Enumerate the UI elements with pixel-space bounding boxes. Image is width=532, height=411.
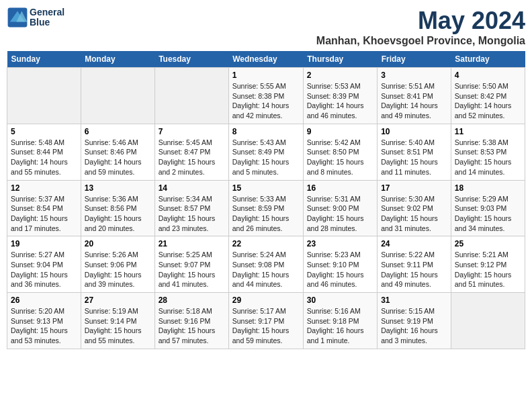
day-number: 21 xyxy=(159,239,225,248)
day-cell: 26Sunrise: 5:20 AM Sunset: 9:13 PM Dayli… xyxy=(7,293,81,349)
day-cell: 16Sunrise: 5:31 AM Sunset: 9:00 PM Dayli… xyxy=(303,180,377,236)
day-cell: 5Sunrise: 5:48 AM Sunset: 8:44 PM Daylig… xyxy=(7,124,81,180)
day-info: Sunrise: 5:26 AM Sunset: 9:06 PM Dayligh… xyxy=(85,250,151,289)
day-cell: 9Sunrise: 5:42 AM Sunset: 8:50 PM Daylig… xyxy=(303,124,377,180)
day-header-friday: Friday xyxy=(378,51,451,68)
day-number: 8 xyxy=(232,127,300,136)
day-header-sunday: Sunday xyxy=(7,51,81,68)
days-header-row: SundayMondayTuesdayWednesdayThursdayFrid… xyxy=(7,51,525,68)
day-number: 28 xyxy=(159,295,225,305)
day-info: Sunrise: 5:21 AM Sunset: 9:12 PM Dayligh… xyxy=(455,250,521,289)
day-number: 30 xyxy=(307,295,373,305)
day-info: Sunrise: 5:36 AM Sunset: 8:56 PM Dayligh… xyxy=(85,194,151,234)
day-info: Sunrise: 5:48 AM Sunset: 8:44 PM Dayligh… xyxy=(11,138,77,177)
day-number: 6 xyxy=(85,127,151,136)
day-number: 13 xyxy=(85,183,151,193)
day-cell: 4Sunrise: 5:50 AM Sunset: 8:42 PM Daylig… xyxy=(451,68,525,124)
day-cell: 28Sunrise: 5:18 AM Sunset: 9:16 PM Dayli… xyxy=(154,293,228,349)
day-cell: 2Sunrise: 5:53 AM Sunset: 8:39 PM Daylig… xyxy=(303,68,377,124)
day-cell: 25Sunrise: 5:21 AM Sunset: 9:12 PM Dayli… xyxy=(451,236,525,293)
day-number: 12 xyxy=(11,183,77,193)
day-info: Sunrise: 5:29 AM Sunset: 9:03 PM Dayligh… xyxy=(455,194,521,234)
day-cell: 23Sunrise: 5:23 AM Sunset: 9:10 PM Dayli… xyxy=(303,236,377,293)
day-cell: 27Sunrise: 5:19 AM Sunset: 9:14 PM Dayli… xyxy=(81,293,154,349)
day-cell: 19Sunrise: 5:27 AM Sunset: 9:04 PM Dayli… xyxy=(7,236,81,293)
week-row-1: 1Sunrise: 5:55 AM Sunset: 8:38 PM Daylig… xyxy=(7,68,525,124)
day-info: Sunrise: 5:33 AM Sunset: 8:59 PM Dayligh… xyxy=(232,194,300,234)
day-cell: 20Sunrise: 5:26 AM Sunset: 9:06 PM Dayli… xyxy=(81,236,154,293)
day-number: 23 xyxy=(307,239,373,248)
day-header-wednesday: Wednesday xyxy=(228,51,303,68)
logo: General Blue xyxy=(7,7,64,28)
logo-icon xyxy=(7,7,28,28)
day-cell: 12Sunrise: 5:37 AM Sunset: 8:54 PM Dayli… xyxy=(7,180,81,236)
day-number: 4 xyxy=(455,71,521,80)
day-number: 10 xyxy=(381,127,447,136)
day-cell: 7Sunrise: 5:45 AM Sunset: 8:47 PM Daylig… xyxy=(154,124,228,180)
day-cell: 18Sunrise: 5:29 AM Sunset: 9:03 PM Dayli… xyxy=(451,180,525,236)
day-info: Sunrise: 5:23 AM Sunset: 9:10 PM Dayligh… xyxy=(307,250,373,289)
day-info: Sunrise: 5:15 AM Sunset: 9:19 PM Dayligh… xyxy=(381,306,447,346)
day-info: Sunrise: 5:24 AM Sunset: 9:08 PM Dayligh… xyxy=(232,250,300,289)
day-cell: 13Sunrise: 5:36 AM Sunset: 8:56 PM Dayli… xyxy=(81,180,154,236)
day-number: 1 xyxy=(232,71,300,80)
day-cell: 6Sunrise: 5:46 AM Sunset: 8:46 PM Daylig… xyxy=(81,124,154,180)
day-cell: 11Sunrise: 5:38 AM Sunset: 8:53 PM Dayli… xyxy=(451,124,525,180)
day-info: Sunrise: 5:20 AM Sunset: 9:13 PM Dayligh… xyxy=(11,306,77,346)
day-header-saturday: Saturday xyxy=(451,51,525,68)
day-cell xyxy=(451,293,525,349)
logo-text: General Blue xyxy=(30,7,64,28)
day-number: 27 xyxy=(85,295,151,305)
day-header-tuesday: Tuesday xyxy=(154,51,228,68)
day-number: 14 xyxy=(159,183,225,193)
week-row-2: 5Sunrise: 5:48 AM Sunset: 8:44 PM Daylig… xyxy=(7,124,525,180)
day-cell xyxy=(7,68,81,124)
logo-line1: General xyxy=(30,7,64,17)
day-info: Sunrise: 5:31 AM Sunset: 9:00 PM Dayligh… xyxy=(307,194,373,234)
day-cell: 29Sunrise: 5:17 AM Sunset: 9:17 PM Dayli… xyxy=(228,293,303,349)
day-number: 22 xyxy=(232,239,300,248)
week-row-4: 19Sunrise: 5:27 AM Sunset: 9:04 PM Dayli… xyxy=(7,236,525,293)
day-info: Sunrise: 5:16 AM Sunset: 9:18 PM Dayligh… xyxy=(307,306,373,346)
day-cell: 1Sunrise: 5:55 AM Sunset: 8:38 PM Daylig… xyxy=(228,68,303,124)
day-number: 7 xyxy=(159,127,225,136)
month-year: May 2024 xyxy=(316,7,525,35)
day-number: 29 xyxy=(232,295,300,305)
day-info: Sunrise: 5:46 AM Sunset: 8:46 PM Dayligh… xyxy=(85,138,151,177)
week-row-5: 26Sunrise: 5:20 AM Sunset: 9:13 PM Dayli… xyxy=(7,293,525,349)
day-info: Sunrise: 5:37 AM Sunset: 8:54 PM Dayligh… xyxy=(11,194,77,234)
day-info: Sunrise: 5:27 AM Sunset: 9:04 PM Dayligh… xyxy=(11,250,77,289)
day-number: 18 xyxy=(455,183,521,193)
day-number: 11 xyxy=(455,127,521,136)
day-info: Sunrise: 5:40 AM Sunset: 8:51 PM Dayligh… xyxy=(381,138,447,177)
day-cell: 3Sunrise: 5:51 AM Sunset: 8:41 PM Daylig… xyxy=(378,68,451,124)
day-info: Sunrise: 5:53 AM Sunset: 8:39 PM Dayligh… xyxy=(307,81,373,121)
day-number: 9 xyxy=(307,127,373,136)
day-number: 15 xyxy=(232,183,300,193)
day-info: Sunrise: 5:42 AM Sunset: 8:50 PM Dayligh… xyxy=(307,138,373,177)
day-info: Sunrise: 5:50 AM Sunset: 8:42 PM Dayligh… xyxy=(455,81,521,121)
day-info: Sunrise: 5:17 AM Sunset: 9:17 PM Dayligh… xyxy=(232,306,300,346)
day-cell: 15Sunrise: 5:33 AM Sunset: 8:59 PM Dayli… xyxy=(228,180,303,236)
day-cell: 10Sunrise: 5:40 AM Sunset: 8:51 PM Dayli… xyxy=(378,124,451,180)
day-info: Sunrise: 5:34 AM Sunset: 8:57 PM Dayligh… xyxy=(159,194,225,234)
location: Manhan, Khoevsgoel Province, Mongolia xyxy=(316,35,525,47)
day-number: 20 xyxy=(85,239,151,248)
day-info: Sunrise: 5:45 AM Sunset: 8:47 PM Dayligh… xyxy=(159,138,225,177)
day-info: Sunrise: 5:43 AM Sunset: 8:49 PM Dayligh… xyxy=(232,138,300,177)
day-cell: 14Sunrise: 5:34 AM Sunset: 8:57 PM Dayli… xyxy=(154,180,228,236)
day-info: Sunrise: 5:25 AM Sunset: 9:07 PM Dayligh… xyxy=(159,250,225,289)
day-info: Sunrise: 5:19 AM Sunset: 9:14 PM Dayligh… xyxy=(85,306,151,346)
day-number: 25 xyxy=(455,239,521,248)
day-number: 17 xyxy=(381,183,447,193)
logo-line2: Blue xyxy=(30,17,64,28)
day-cell: 30Sunrise: 5:16 AM Sunset: 9:18 PM Dayli… xyxy=(303,293,377,349)
day-info: Sunrise: 5:22 AM Sunset: 9:11 PM Dayligh… xyxy=(381,250,447,289)
day-number: 5 xyxy=(11,127,77,136)
day-cell xyxy=(154,68,228,124)
day-cell: 8Sunrise: 5:43 AM Sunset: 8:49 PM Daylig… xyxy=(228,124,303,180)
day-info: Sunrise: 5:51 AM Sunset: 8:41 PM Dayligh… xyxy=(381,81,447,121)
day-cell: 22Sunrise: 5:24 AM Sunset: 9:08 PM Dayli… xyxy=(228,236,303,293)
day-cell xyxy=(81,68,154,124)
calendar-table: SundayMondayTuesdayWednesdayThursdayFrid… xyxy=(7,51,525,349)
